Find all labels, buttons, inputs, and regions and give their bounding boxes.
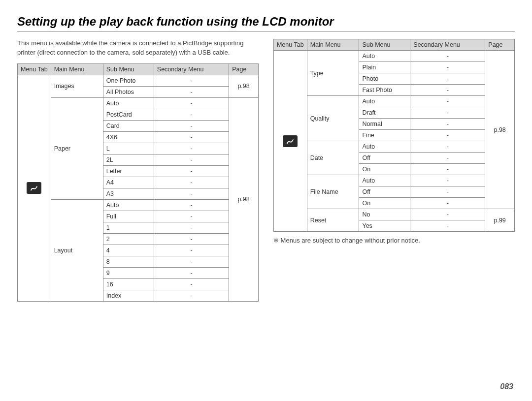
secondary-menu-cell: -	[154, 211, 229, 222]
left-column: This menu is available while the camera …	[17, 39, 259, 302]
th-main-menu: Main Menu	[307, 39, 359, 51]
secondary-menu-cell: -	[154, 143, 229, 154]
sub-menu-cell: Letter	[103, 165, 154, 177]
secondary-menu-cell: -	[154, 233, 229, 245]
sub-menu-cell: 1	[103, 222, 154, 233]
sub-menu-cell: Fine	[359, 130, 410, 141]
secondary-menu-cell: -	[154, 222, 229, 233]
main-menu-cell: Images	[51, 75, 103, 97]
pictbridge-icon	[283, 135, 298, 147]
main-menu-cell: Reset	[307, 209, 359, 232]
sub-menu-cell: 4X6	[103, 131, 154, 143]
secondary-menu-cell: -	[410, 107, 485, 119]
secondary-menu-cell: -	[154, 120, 229, 131]
th-menu-tab: Menu Tab	[274, 39, 307, 51]
sub-menu-cell: A4	[103, 177, 154, 188]
sub-menu-cell: 9	[103, 267, 154, 278]
secondary-menu-cell: -	[154, 154, 229, 165]
table-row: TypeAuto-p.98	[274, 51, 515, 62]
secondary-menu-cell: -	[154, 188, 229, 199]
sub-menu-cell: Off	[359, 153, 410, 164]
intro-text: This menu is available while the camera …	[17, 39, 259, 58]
main-menu-cell: File Name	[307, 175, 359, 209]
sub-menu-cell: Auto	[359, 51, 410, 62]
sub-menu-cell: A3	[103, 188, 154, 199]
secondary-menu-cell: -	[154, 165, 229, 177]
content-columns: This menu is available while the camera …	[17, 39, 515, 302]
secondary-menu-cell: -	[154, 245, 229, 256]
table-row: ImagesOne Photo-p.98	[18, 75, 259, 86]
secondary-menu-cell: -	[410, 141, 485, 153]
secondary-menu-cell: -	[154, 177, 229, 188]
sub-menu-cell: On	[359, 164, 410, 175]
secondary-menu-cell: -	[410, 164, 485, 175]
sub-menu-cell: L	[103, 143, 154, 154]
secondary-menu-cell: -	[154, 109, 229, 120]
main-menu-cell: Type	[307, 51, 359, 96]
secondary-menu-cell: -	[154, 278, 229, 290]
secondary-menu-cell: -	[410, 209, 485, 220]
sub-menu-cell: On	[359, 198, 410, 209]
secondary-menu-cell: -	[154, 131, 229, 143]
page-cell: p.98	[485, 51, 515, 209]
menu-tab-cell	[274, 51, 307, 232]
sub-menu-cell: Yes	[359, 220, 410, 232]
sub-menu-cell: Auto	[103, 97, 154, 109]
th-menu-tab: Menu Tab	[18, 63, 51, 75]
sub-menu-cell: Card	[103, 120, 154, 131]
page-number: 083	[500, 382, 513, 391]
secondary-menu-cell: -	[410, 85, 485, 96]
secondary-menu-cell: -	[410, 73, 485, 85]
secondary-menu-cell: -	[410, 175, 485, 186]
table-row: PaperAuto-p.98	[18, 97, 259, 109]
secondary-menu-cell: -	[410, 153, 485, 164]
secondary-menu-cell: -	[410, 119, 485, 130]
table-row: File NameAuto-	[274, 175, 515, 186]
secondary-menu-cell: -	[410, 186, 485, 198]
sub-menu-cell: Index	[103, 290, 154, 301]
right-menu-table: Menu Tab Main Menu Sub Menu Secondary Me…	[273, 39, 515, 232]
sub-menu-cell: Full	[103, 211, 154, 222]
table-row: LayoutAuto-	[18, 199, 259, 211]
page-cell: p.98	[229, 75, 259, 97]
footnote: ※ Menus are subject to change without pr…	[273, 237, 515, 244]
secondary-menu-cell: -	[154, 199, 229, 211]
sub-menu-cell: Draft	[359, 107, 410, 119]
left-menu-table: Menu Tab Main Menu Sub Menu Secondary Me…	[17, 63, 259, 302]
main-menu-cell: Layout	[51, 199, 103, 301]
th-secondary-menu: Secondary Menu	[154, 63, 229, 75]
secondary-menu-cell: -	[410, 51, 485, 62]
sub-menu-cell: Auto	[359, 175, 410, 186]
sub-menu-cell: Photo	[359, 73, 410, 85]
main-menu-cell: Quality	[307, 96, 359, 141]
th-main-menu: Main Menu	[51, 63, 103, 75]
secondary-menu-cell: -	[410, 96, 485, 107]
secondary-menu-cell: -	[154, 97, 229, 109]
th-page: Page	[229, 63, 259, 75]
page-cell: p.99	[485, 209, 515, 232]
th-page: Page	[485, 39, 515, 51]
sub-menu-cell: 4	[103, 245, 154, 256]
sub-menu-cell: Auto	[359, 96, 410, 107]
table-row: QualityAuto-	[274, 96, 515, 107]
th-sub-menu: Sub Menu	[103, 63, 154, 75]
secondary-menu-cell: -	[154, 75, 229, 86]
sub-menu-cell: Plain	[359, 62, 410, 73]
secondary-menu-cell: -	[154, 86, 229, 97]
sub-menu-cell: Normal	[359, 119, 410, 130]
sub-menu-cell: Fast Photo	[359, 85, 410, 96]
secondary-menu-cell: -	[154, 267, 229, 278]
secondary-menu-cell: -	[154, 290, 229, 301]
table-row: ResetNo-p.99	[274, 209, 515, 220]
sub-menu-cell: 2	[103, 233, 154, 245]
sub-menu-cell: 2L	[103, 154, 154, 165]
pictbridge-icon	[27, 182, 41, 194]
sub-menu-cell: Auto	[359, 141, 410, 153]
right-column: Menu Tab Main Menu Sub Menu Secondary Me…	[273, 39, 515, 302]
secondary-menu-cell: -	[410, 198, 485, 209]
page-cell: p.98	[229, 97, 259, 301]
th-sub-menu: Sub Menu	[359, 39, 410, 51]
table-row: DateAuto-	[274, 141, 515, 153]
secondary-menu-cell: -	[154, 256, 229, 267]
sub-menu-cell: Off	[359, 186, 410, 198]
